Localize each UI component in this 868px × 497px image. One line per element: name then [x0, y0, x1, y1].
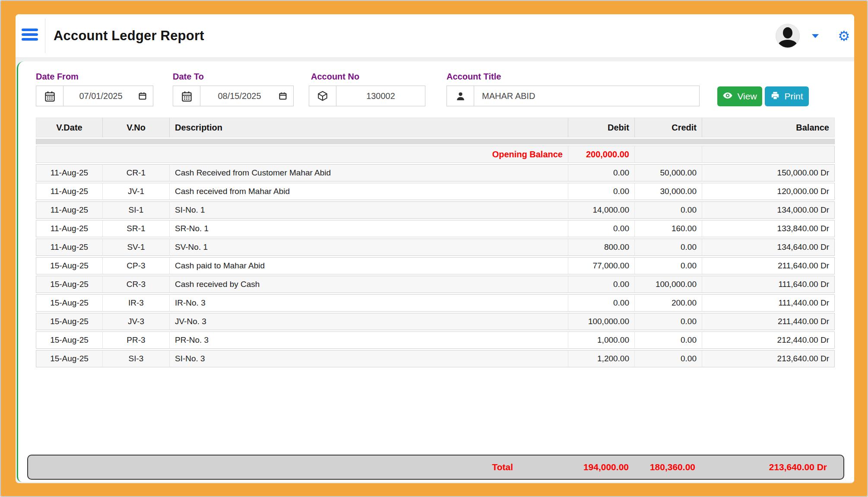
cell-debit: 14,000.00 — [568, 201, 635, 219]
cell-vdate: 15-Aug-25 — [36, 350, 103, 367]
table-row: 11-Aug-25 JV-1 Cash received from Mahar … — [36, 183, 835, 200]
account-title-input[interactable] — [474, 86, 699, 106]
eye-icon — [722, 90, 733, 103]
cell-vno: CR-1 — [103, 164, 170, 182]
cell-credit: 30,000.00 — [635, 183, 702, 200]
total-debit: 194,000.00 — [513, 462, 629, 472]
cell-credit: 100,000.00 — [635, 276, 702, 293]
settings-gear-icon[interactable]: ⚙ — [838, 29, 850, 43]
account-no-input[interactable] — [336, 86, 425, 106]
calendar-icon — [173, 86, 200, 106]
cell-vno: CP-3 — [103, 257, 170, 274]
header-divider — [45, 19, 45, 53]
calendar-icon — [36, 86, 63, 106]
account-no-group — [309, 86, 425, 106]
app-surface: Account Ledger Report ⚙ Date From Date T… — [16, 14, 854, 483]
total-label: Total — [28, 462, 513, 472]
view-button-label: View — [737, 91, 757, 102]
user-avatar[interactable] — [776, 24, 800, 48]
total-credit: 180,360.00 — [629, 462, 695, 472]
hamburger-bar — [22, 29, 38, 31]
table-row: 11-Aug-25 CR-1 Cash Received from Custom… — [36, 164, 835, 182]
cell-debit: 0.00 — [568, 164, 635, 182]
cell-debit: 0.00 — [568, 276, 635, 293]
cell-vdate: 11-Aug-25 — [36, 201, 103, 219]
col-header-vdate: V.Date — [36, 118, 103, 137]
cell-balance: 133,840.00 Dr — [702, 220, 835, 237]
cell-description: JV-No. 3 — [170, 313, 568, 330]
app-window: Account Ledger Report ⚙ Date From Date T… — [0, 0, 868, 497]
cell-balance: 211,440.00 Dr — [702, 313, 835, 330]
cell-balance: 120,000.00 Dr — [702, 183, 835, 200]
account-no-label: Account No — [311, 72, 359, 82]
cell-debit: 1,200.00 — [568, 350, 635, 367]
app-header: Account Ledger Report ⚙ — [16, 14, 854, 58]
col-header-vno: V.No — [103, 118, 170, 137]
ledger-table-container: V.Date V.No Description Debit Credit Bal… — [36, 116, 835, 369]
hamburger-bar — [22, 38, 38, 41]
printer-icon — [770, 91, 780, 102]
col-header-balance: Balance — [702, 118, 835, 137]
cell-vdate: 15-Aug-25 — [36, 331, 103, 349]
col-header-credit: Credit — [635, 118, 702, 137]
cell-balance: 212,440.00 Dr — [702, 331, 835, 349]
cell-credit: 50,000.00 — [635, 164, 702, 182]
total-bar: Total 194,000.00 180,360.00 213,640.00 D… — [27, 455, 844, 480]
cell-description: SI-No. 3 — [170, 350, 568, 367]
cell-description: Cash paid to Mahar Abid — [170, 257, 568, 274]
table-header-row: V.Date V.No Description Debit Credit Bal… — [36, 118, 835, 137]
cell-balance: 211,640.00 Dr — [702, 257, 835, 274]
cell-description: Cash received from Mahar Abid — [170, 183, 568, 200]
date-from-group — [36, 86, 153, 106]
cell-credit: 0.00 — [635, 313, 702, 330]
avatar-head — [783, 27, 792, 38]
cell-description: SR-No. 1 — [170, 220, 568, 237]
cell-vdate: 15-Aug-25 — [36, 294, 103, 312]
chevron-down-icon[interactable] — [812, 34, 819, 38]
cell-balance: 134,640.00 Dr — [702, 239, 835, 256]
col-header-description: Description — [170, 118, 568, 137]
cell-description: IR-No. 3 — [170, 294, 568, 312]
cell-balance: 111,440.00 Dr — [702, 294, 835, 312]
avatar-shoulders — [778, 40, 797, 48]
hamburger-menu-icon[interactable] — [22, 29, 38, 41]
account-title-group — [447, 86, 700, 106]
print-button[interactable]: Print — [765, 86, 809, 106]
cell-description: Cash received by Cash — [170, 276, 568, 293]
cell-vno: CR-3 — [103, 276, 170, 293]
date-from-input[interactable] — [63, 86, 138, 106]
cell-balance: 150,000.00 Dr — [702, 164, 835, 182]
date-to-group — [173, 86, 294, 106]
cell-description: Cash Received from Customer Mahar Abid — [170, 164, 568, 182]
cell-vdate: 11-Aug-25 — [36, 220, 103, 237]
col-header-debit: Debit — [568, 118, 635, 137]
cell-vdate: 11-Aug-25 — [36, 183, 103, 200]
cell-vno: PR-3 — [103, 331, 170, 349]
date-to-input[interactable] — [200, 86, 279, 106]
cell-credit: 200.00 — [635, 294, 702, 312]
table-spacer-row — [36, 139, 835, 144]
cell-balance: 134,000.00 Dr — [702, 201, 835, 219]
cell-vdate: 15-Aug-25 — [36, 257, 103, 274]
cell-debit: 100,000.00 — [568, 313, 635, 330]
opening-balance-label: Opening Balance — [36, 146, 568, 163]
header-right-group: ⚙ — [776, 14, 850, 57]
table-row: 15-Aug-25 IR-3 IR-No. 3 0.00 200.00 111,… — [36, 294, 835, 312]
cell-balance: 213,640.00 Dr — [702, 350, 835, 367]
account-title-label: Account Title — [447, 72, 501, 82]
cell-vno: JV-3 — [103, 313, 170, 330]
cell-vno: IR-3 — [103, 294, 170, 312]
table-row: 15-Aug-25 CR-3 Cash received by Cash 0.0… — [36, 276, 835, 293]
cell-vno: JV-1 — [103, 183, 170, 200]
opening-balance-balance — [702, 146, 835, 163]
date-picker-icon[interactable] — [279, 86, 293, 106]
table-row: 11-Aug-25 SR-1 SR-No. 1 0.00 160.00 133,… — [36, 220, 835, 237]
date-picker-icon[interactable] — [138, 86, 153, 106]
opening-balance-credit — [635, 146, 702, 163]
cell-credit: 0.00 — [635, 350, 702, 367]
table-row: 15-Aug-25 SI-3 SI-No. 3 1,200.00 0.00 21… — [36, 350, 835, 367]
view-button[interactable]: View — [717, 86, 762, 106]
cell-description: PR-No. 3 — [170, 331, 568, 349]
content-panel: Date From Date To Account No Account Tit… — [17, 61, 854, 482]
cell-vdate: 11-Aug-25 — [36, 164, 103, 182]
